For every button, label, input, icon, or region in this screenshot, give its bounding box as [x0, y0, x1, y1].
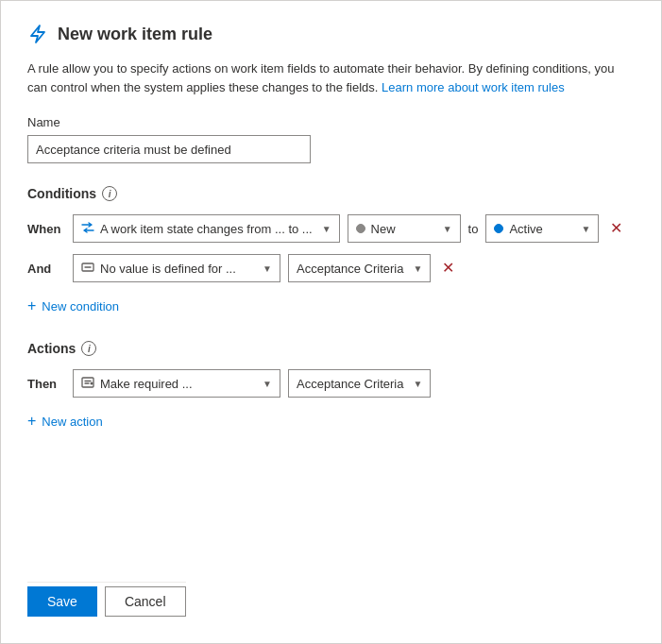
arrows-icon — [81, 222, 94, 236]
when-dropdown-chevron: ▼ — [322, 224, 331, 234]
new-condition-button[interactable]: + New condition — [27, 294, 119, 318]
state-from-chevron: ▼ — [443, 224, 452, 234]
state-from-dot — [356, 224, 365, 233]
conditions-info-icon[interactable]: i — [102, 186, 117, 201]
when-delete-button[interactable]: ✕ — [606, 219, 626, 238]
new-condition-plus: + — [27, 297, 36, 314]
state-to-dropdown[interactable]: Active ▼ — [485, 214, 599, 243]
save-button[interactable]: Save — [27, 586, 97, 617]
and-dropdown-chevron: ▼ — [263, 263, 272, 274]
page-container: New work item rule A rule allow you to s… — [0, 0, 662, 644]
actions-section: Actions i Then Make required ... — [27, 341, 635, 433]
actions-title: Actions i — [27, 341, 635, 356]
when-dropdown[interactable]: A work item state changes from ... to ..… — [73, 214, 340, 243]
and-dropdown[interactable]: No value is defined for ... ▼ — [73, 254, 280, 282]
footer: Save Cancel — [27, 582, 186, 617]
novalue-icon — [81, 262, 94, 275]
then-label: Then — [27, 377, 65, 391]
name-section: Name — [27, 115, 635, 163]
state-to-chevron: ▼ — [582, 224, 591, 234]
page-title: New work item rule — [58, 25, 212, 44]
then-field-chevron: ▼ — [413, 379, 422, 389]
and-label: And — [27, 262, 65, 276]
and-delete-button[interactable]: ✕ — [438, 259, 458, 278]
cancel-button[interactable]: Cancel — [105, 586, 186, 617]
then-dropdown-chevron: ▼ — [263, 379, 272, 389]
svg-point-5 — [91, 382, 93, 385]
then-row: Then Make required ... ▼ A — [27, 369, 635, 398]
and-field-chevron: ▼ — [413, 263, 422, 274]
page-description: A rule allow you to specify actions on w… — [27, 59, 635, 96]
new-action-button[interactable]: + New action — [27, 409, 103, 433]
name-label: Name — [27, 115, 635, 129]
and-field-dropdown[interactable]: Acceptance Criteria ▼ — [288, 254, 431, 282]
and-row: And No value is defined for ... ▼ Accept… — [27, 254, 635, 282]
when-label: When — [27, 222, 65, 236]
then-field-dropdown[interactable]: Acceptance Criteria ▼ — [288, 369, 431, 398]
name-input[interactable] — [27, 135, 311, 163]
new-action-plus: + — [27, 413, 36, 430]
lightning-icon — [27, 24, 48, 44]
to-label: to — [468, 222, 479, 236]
when-row: When A work item state changes from ... … — [27, 214, 635, 243]
actions-info-icon[interactable]: i — [81, 341, 96, 356]
conditions-section: Conditions i When A work item state chan… — [27, 186, 635, 318]
state-from-dropdown[interactable]: New ▼ — [348, 214, 461, 243]
learn-more-link[interactable]: Learn more about work item rules — [382, 80, 565, 94]
then-dropdown[interactable]: Make required ... ▼ — [73, 369, 280, 398]
page-header: New work item rule — [27, 24, 635, 44]
makerequired-icon — [81, 376, 94, 391]
conditions-title: Conditions i — [27, 186, 635, 201]
state-to-dot — [494, 224, 503, 233]
